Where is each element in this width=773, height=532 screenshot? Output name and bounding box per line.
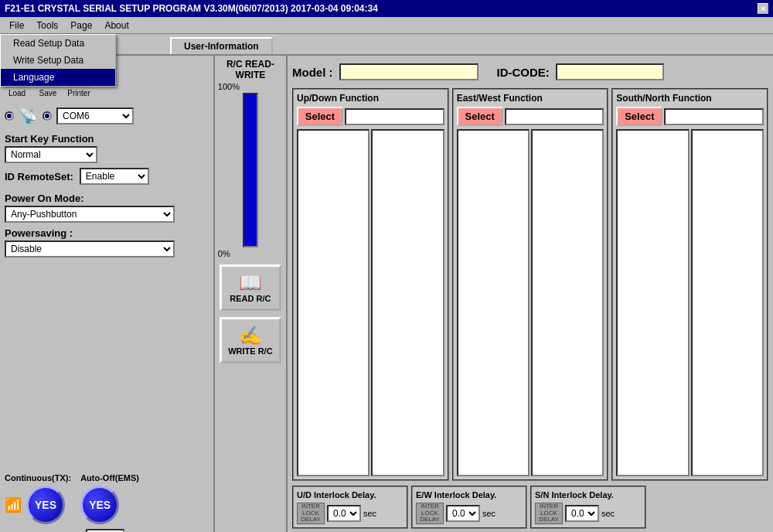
start-key-select[interactable]: Normal Key1 Key2	[5, 146, 97, 163]
right-panel: Model : ID-CODE: Up/Down Function Select	[288, 56, 773, 532]
up-down-left-field	[297, 129, 369, 476]
powersaving-label: Powersaving :	[5, 227, 209, 239]
up-down-title: Up/Down Function	[297, 93, 444, 104]
south-north-select-row: Select	[616, 107, 764, 126]
model-id-row: Model : ID-CODE:	[292, 60, 768, 84]
ud-interlock-icon: INTERLOCKDELAY	[297, 503, 325, 524]
up-down-select-row: Select	[297, 107, 444, 126]
power-on-mode-section: Power On Mode: Any-Pushbutton Key1 Key2	[5, 193, 209, 223]
south-north-left-field	[616, 129, 689, 476]
antenna-icon-1: 📡	[19, 107, 38, 125]
power-on-mode-select[interactable]: Any-Pushbutton Key1 Key2	[5, 206, 175, 223]
rc-readwrite-label: R/C READ-WRITE	[218, 59, 283, 80]
sn-interlock-select[interactable]: 0.0	[565, 505, 599, 522]
read-rc-label: READ R/C	[230, 294, 271, 303]
save-label: Save	[39, 89, 57, 97]
powersaving-select[interactable]: Disable Enable	[5, 240, 175, 257]
east-west-title: East/West Function	[457, 93, 604, 104]
continuous-tx-group: Continuous(TX): 📶 YES	[5, 473, 71, 524]
id-remote-label: ID RemoteSet:	[5, 171, 73, 182]
auto-off-ems-yes-button[interactable]: YES	[80, 486, 119, 524]
continuous-tx-yes-button[interactable]: YES	[26, 486, 65, 524]
rc-percent-top: 100%	[218, 82, 240, 91]
title-bar: F21-E1 CRYSTAL SERIAL SETUP PROGRAM V3.3…	[0, 0, 773, 17]
tab-user-information[interactable]: User-Information	[170, 37, 273, 54]
menu-tools[interactable]: Tools	[30, 19, 64, 32]
rc-readwrite-panel: R/C READ-WRITE 100% 0% 📖 READ R/C ✍️ WRI…	[215, 56, 288, 532]
auto-off-ems-group: Auto-Off(EMS) YES	[80, 473, 139, 524]
close-button[interactable]: ✕	[758, 3, 768, 14]
power-on-mode-label: Power On Mode:	[5, 193, 209, 204]
function-columns: Up/Down Function Select East/West Functi…	[292, 88, 768, 481]
ew-interlock-select[interactable]: 0.0	[446, 505, 480, 522]
continuous-tx-label: Continuous(TX):	[5, 473, 71, 483]
ew-interlock-inner: INTERLOCKDELAY 0.0 sec	[416, 503, 523, 524]
ew-interlock-title: E/W Interlock Delay.	[416, 490, 523, 500]
south-north-function-panel: South/North Function Select	[611, 88, 768, 481]
auto-off-ems-label: Auto-Off(EMS)	[80, 473, 139, 483]
ew-interlock-icon: INTERLOCKDELAY	[416, 503, 444, 524]
sn-interlock-unit: sec	[601, 509, 615, 518]
south-north-title: South/North Function	[616, 93, 764, 104]
radio-button-1[interactable]	[5, 111, 14, 121]
south-north-function-body	[616, 129, 764, 476]
sn-interlock-inner: INTERLOCKDELAY 0.0 sec	[535, 503, 642, 524]
write-rc-label: WRITE R/C	[228, 346, 272, 356]
start-key-section: Start Key Function Normal Key1 Key2	[5, 133, 209, 163]
write-rc-button[interactable]: ✍️ WRITE R/C	[220, 317, 281, 363]
bottom-right-section: U/D Interlock Delay. INTERLOCKDELAY 0.0 …	[292, 486, 768, 529]
south-north-select-button[interactable]: Select	[616, 107, 662, 126]
menu-page[interactable]: Page	[64, 19, 98, 32]
progress-bar	[244, 94, 257, 246]
radio-button-2[interactable]	[43, 111, 52, 121]
auto-off-time-select[interactable]: 312510	[86, 529, 124, 532]
menu-language[interactable]: Language	[1, 69, 115, 86]
com-port-select[interactable]: COM6	[56, 107, 134, 124]
up-down-select-button[interactable]: Select	[297, 107, 343, 126]
east-west-function-panel: East/West Function Select	[452, 88, 609, 481]
tab-bar: User-Information	[0, 34, 773, 56]
model-label: Model :	[292, 66, 333, 79]
id-code-input[interactable]	[556, 63, 664, 80]
model-input[interactable]	[339, 63, 478, 80]
ew-interlock-unit: sec	[482, 509, 495, 518]
main-layout: 📂 Load 💾 Save 🖨️ Printer 📡 COM6 Start Ke…	[0, 56, 773, 532]
ud-interlock-select[interactable]: 0.0	[327, 505, 361, 522]
read-rc-button[interactable]: 📖 READ R/C	[220, 264, 281, 311]
id-remote-select[interactable]: Enable Disable	[80, 168, 149, 185]
write-icon: ✍️	[239, 325, 262, 346]
id-remote-row: ID RemoteSet: Enable Disable	[5, 168, 209, 185]
sn-interlock-icon: INTERLOCKDELAY	[535, 503, 563, 524]
ew-interlock-delay-group: E/W Interlock Delay. INTERLOCKDELAY 0.0 …	[411, 486, 527, 529]
up-down-function-panel: Up/Down Function Select	[292, 88, 449, 481]
menu-read-setup[interactable]: Read Setup Data	[1, 35, 115, 52]
auto-off-time-row: Auto OffTime(TX) 312510 min	[5, 529, 209, 532]
left-panel: 📂 Load 💾 Save 🖨️ Printer 📡 COM6 Start Ke…	[0, 56, 215, 532]
east-west-select-button[interactable]: Select	[457, 107, 503, 126]
ud-interlock-delay-group: U/D Interlock Delay. INTERLOCKDELAY 0.0 …	[292, 486, 408, 529]
sn-interlock-title: S/N Interlock Delay.	[535, 490, 642, 500]
ud-interlock-inner: INTERLOCKDELAY 0.0 sec	[297, 503, 404, 524]
file-dropdown: Read Setup Data Write Setup Data Languag…	[0, 34, 116, 87]
south-north-right-field	[691, 129, 764, 476]
east-west-select-field[interactable]	[505, 108, 604, 125]
menu-write-setup[interactable]: Write Setup Data	[1, 52, 115, 69]
east-west-select-row: Select	[457, 107, 604, 126]
east-west-right-field	[531, 129, 604, 476]
id-code-label: ID-CODE:	[497, 66, 550, 79]
title-text: F21-E1 CRYSTAL SERIAL SETUP PROGRAM V3.3…	[5, 3, 378, 14]
menu-about[interactable]: About	[98, 19, 135, 32]
south-north-select-field[interactable]	[664, 108, 764, 125]
read-icon: 📖	[239, 272, 262, 294]
start-key-label: Start Key Function	[5, 133, 209, 145]
printer-label: Printer	[67, 89, 90, 97]
menu-file[interactable]: File	[3, 19, 30, 32]
up-down-select-field[interactable]	[345, 108, 444, 125]
progress-bar-container	[243, 93, 258, 247]
rc-percent-bottom: 0%	[218, 249, 230, 258]
east-west-function-body	[457, 129, 604, 476]
signal-icon: 📶	[5, 496, 22, 513]
powersaving-section: Powersaving : Disable Enable	[5, 227, 209, 257]
up-down-function-body	[297, 129, 444, 476]
load-label: Load	[9, 89, 26, 97]
